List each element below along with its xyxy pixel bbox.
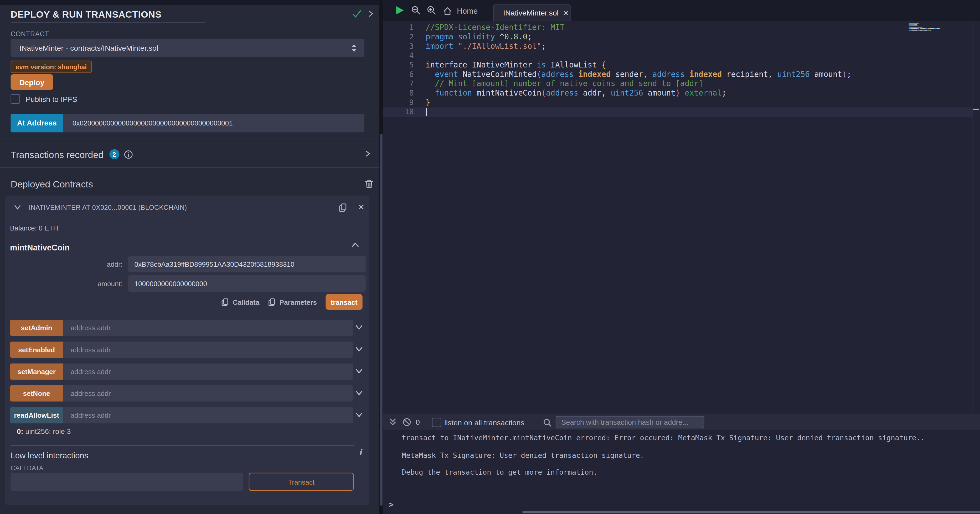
terminal-panel: 0 listen on all transactions transact to… — [383, 412, 980, 514]
copy-parameters-action[interactable]: Parameters — [268, 298, 317, 306]
run-script-icon[interactable] — [396, 6, 404, 15]
transactions-expand-chevron-icon[interactable] — [364, 150, 371, 157]
deploy-button[interactable]: Deploy — [11, 74, 53, 90]
setnone-button[interactable]: setNone — [10, 386, 63, 401]
function-row-setadmin: setAdminaddress addr — [10, 320, 353, 336]
minimap-line — [909, 30, 971, 31]
line-number: 10 — [383, 108, 414, 117]
function-action-row: Calldata Parameters transact — [221, 294, 363, 309]
setmanager-button[interactable]: setManager — [10, 363, 63, 379]
low-level-row: Transact — [11, 473, 354, 491]
terminal-horizontal-scrollbar[interactable] — [523, 511, 980, 514]
line-number: 3 — [383, 42, 414, 51]
transactions-recorded-label: Transactions recorded — [11, 149, 103, 159]
at-address-value: 0x02000000000000000000000000000000000000… — [73, 119, 233, 127]
setadmin-input[interactable]: address addr — [63, 320, 353, 336]
code-line-3[interactable]: 3import "./IAllowList.sol"; — [383, 42, 980, 51]
contract-select[interactable]: INativeMinter - contracts/INativeMinter.… — [11, 39, 364, 57]
calldata-input[interactable] — [11, 473, 243, 491]
code-line-6[interactable]: 6 event NativeCoinMinted(address indexed… — [383, 70, 980, 79]
section-divider — [0, 139, 379, 139]
terminal-header: 0 listen on all transactions — [383, 412, 980, 430]
home-icon — [443, 7, 452, 16]
code-line-2[interactable]: 2pragma solidity ^0.8.0; — [383, 33, 980, 42]
read-allowlist-output: 0: uint256: role 3 — [17, 428, 71, 435]
line-number: 4 — [383, 51, 414, 61]
expand-function-chevron-icon[interactable] — [355, 346, 363, 353]
code-line-9[interactable]: 9} — [383, 98, 980, 108]
minimap-line — [909, 32, 971, 33]
function-rows: setAdminaddress addrsetEnabledaddress ad… — [10, 320, 353, 429]
text-cursor — [426, 108, 427, 117]
amount-field-input[interactable]: 1000000000000000000 — [128, 275, 366, 292]
copy-calldata-action[interactable]: Calldata — [221, 298, 259, 306]
setenabled-button[interactable]: setEnabled — [10, 341, 63, 358]
calldata-label: CALLDATA — [11, 465, 43, 471]
terminal-message: Debug the transaction to get more inform… — [402, 468, 597, 476]
readallowlist-button[interactable]: readAllowList — [10, 407, 63, 424]
terminal-search-input[interactable] — [556, 416, 705, 428]
code-line-10[interactable]: 10 — [383, 108, 980, 117]
deploy-run-panel: DEPLOY & RUN TRANSACTIONS CONTRACT INati… — [0, 5, 379, 514]
publish-ipfs-checkbox[interactable] — [11, 94, 20, 104]
read-output-index: 0: — [17, 428, 23, 435]
readallowlist-input[interactable]: address addr — [63, 407, 353, 424]
copy-icon[interactable] — [339, 203, 347, 212]
setnone-input[interactable]: address addr — [63, 386, 353, 401]
code-line-4[interactable]: 4 — [383, 51, 980, 61]
amount-field-label: amount: — [5, 275, 123, 292]
expand-function-chevron-icon[interactable] — [355, 390, 363, 397]
minimap-line — [909, 26, 971, 27]
contract-card-header[interactable]: INATIVEMINTER AT 0X020...00001 (BLOCKCHA… — [14, 202, 364, 213]
tab-close-icon[interactable]: ✕ — [563, 9, 569, 17]
section-divider — [0, 168, 379, 168]
code-line-1[interactable]: 1//SPDX-License-Identifier: MIT — [383, 23, 980, 33]
collapse-chevron-down-icon[interactable] — [14, 204, 21, 211]
addr-field-input[interactable]: 0xB78cbAa319ffBD899951AA30D4320f58189383… — [128, 256, 366, 272]
expand-function-chevron-icon[interactable] — [355, 412, 363, 419]
transactions-recorded-section[interactable]: Transactions recorded 2 — [11, 148, 373, 161]
panel-title: DEPLOY & RUN TRANSACTIONS — [11, 9, 161, 19]
code-line-7[interactable]: 7 // Mint [amount] number of native coin… — [383, 79, 980, 89]
minimap[interactable] — [909, 23, 971, 33]
close-icon[interactable]: ✕ — [358, 203, 364, 212]
overview-ruler-cursor-marker — [973, 109, 979, 110]
zoom-out-icon[interactable] — [411, 6, 421, 15]
panel-divider[interactable] — [379, 0, 383, 514]
code-lines: 1//SPDX-License-Identifier: MIT2pragma s… — [383, 23, 980, 117]
panel-chevron-right-icon[interactable] — [367, 10, 374, 17]
terminal-body[interactable]: transact to INativeMinter.mintNativeCoin… — [383, 430, 980, 514]
function-name-mintnativecoin[interactable]: mintNativeCoin — [10, 243, 70, 252]
minimap-line — [909, 28, 971, 29]
at-address-input[interactable]: 0x02000000000000000000000000000000000000… — [63, 114, 364, 132]
active-tab-label: INativeMinter.sol — [503, 9, 558, 17]
terminal-prompt[interactable]: > — [389, 500, 394, 509]
listen-all-transactions-checkbox[interactable] — [432, 418, 441, 427]
code-editor[interactable]: 1//SPDX-License-Identifier: MIT2pragma s… — [383, 21, 980, 413]
expand-function-chevron-icon[interactable] — [355, 368, 363, 374]
code-line-5[interactable]: 5interface INativeMinter is IAllowList { — [383, 61, 980, 70]
clear-console-icon[interactable] — [402, 418, 411, 426]
collapse-chevron-up-icon[interactable] — [351, 242, 360, 248]
minimap-line — [909, 23, 971, 24]
tab-home[interactable]: Home — [443, 5, 478, 17]
minimap-line — [909, 31, 971, 32]
at-address-button[interactable]: At Address — [11, 114, 63, 132]
info-icon — [124, 150, 133, 159]
setadmin-button[interactable]: setAdmin — [10, 320, 63, 336]
code-line-8[interactable]: 8 function mintNativeCoin(address addr, … — [383, 89, 980, 98]
expand-terminal-double-chevron-icon[interactable] — [389, 418, 397, 426]
left-panel-scrollbar[interactable] — [380, 133, 383, 506]
info-i-icon[interactable]: i — [359, 448, 362, 457]
tab-inativeminter-sol[interactable]: INativeMinter.sol ✕ — [493, 5, 571, 21]
trash-icon[interactable] — [365, 179, 373, 189]
zoom-in-icon[interactable] — [427, 6, 436, 15]
line-number: 5 — [383, 61, 414, 70]
minimap-line — [909, 27, 971, 28]
setmanager-input[interactable]: address addr — [63, 363, 353, 379]
low-level-transact-button[interactable]: Transact — [249, 473, 354, 491]
home-tab-label: Home — [457, 7, 478, 16]
setenabled-input[interactable]: address addr — [63, 341, 353, 358]
transact-button[interactable]: transact — [326, 294, 362, 309]
expand-function-chevron-icon[interactable] — [355, 324, 363, 331]
